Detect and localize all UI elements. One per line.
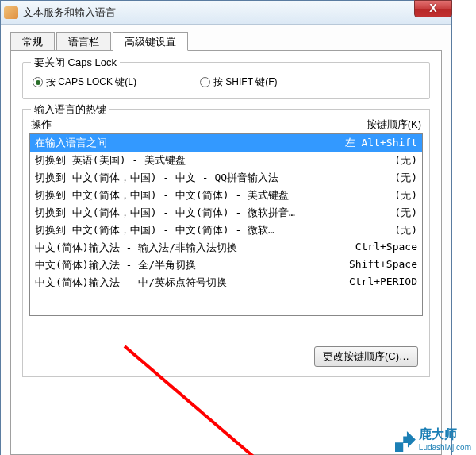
list-item[interactable]: 在输入语言之间左 Alt+Shift xyxy=(30,134,422,152)
tab-strip: 常规 语言栏 高级键设置 xyxy=(10,32,442,51)
list-item-sequence: 左 Alt+Shift xyxy=(322,136,417,150)
list-item-sequence: (无) xyxy=(322,206,417,220)
watermark-logo-icon xyxy=(395,431,416,452)
list-item-sequence: (无) xyxy=(322,188,417,202)
list-item-action: 中文(简体)输入法 - 输入法/非输入法切换 xyxy=(35,241,322,255)
radio-shift[interactable]: 按 SHIFT 键(F) xyxy=(200,75,277,89)
hotkey-groupbox: 输入语言的热键 操作 按键顺序(K) 在输入语言之间左 Alt+Shift切换到… xyxy=(22,109,430,377)
capslock-groupbox: 要关闭 Caps Lock 按 CAPS LOCK 键(L) 按 SHIFT 键… xyxy=(22,62,430,99)
list-item-sequence: (无) xyxy=(322,171,417,185)
list-item-action: 切换到 英语(美国) - 美式键盘 xyxy=(35,153,322,168)
list-item-action: 切换到 中文(简体，中国) - 中文(简体) - 美式键盘 xyxy=(35,188,322,202)
capslock-radio-row: 按 CAPS LOCK 键(L) 按 SHIFT 键(F) xyxy=(33,75,420,89)
app-icon xyxy=(4,6,18,19)
radio-icon xyxy=(200,77,210,87)
tab-advanced-keys[interactable]: 高级键设置 xyxy=(113,32,188,51)
client-area: 常规 语言栏 高级键设置 要关闭 Caps Lock 按 CAPS LOCK 键… xyxy=(1,25,451,455)
annotation-arrow xyxy=(118,340,324,455)
list-item-sequence: (无) xyxy=(322,153,417,168)
watermark: 鹿大师 Ludashiwj.com xyxy=(395,426,471,452)
radio-icon xyxy=(33,77,43,87)
list-item-action: 在输入语言之间 xyxy=(35,136,322,150)
list-item-sequence: (无) xyxy=(322,223,417,237)
list-item[interactable]: 切换到 中文(简体，中国) - 中文(简体) - 微软拼音…(无) xyxy=(30,204,422,222)
list-item-sequence: Shift+Space xyxy=(322,258,417,272)
list-item[interactable]: 切换到 中文(简体，中国) - 中文(简体) - 美式键盘(无) xyxy=(30,187,422,204)
list-item-action: 切换到 中文(简体，中国) - 中文(简体) - 微软… xyxy=(35,223,322,237)
list-item[interactable]: 中文(简体)输入法 - 全/半角切换Shift+Space xyxy=(30,256,422,274)
list-item[interactable]: 切换到 中文(简体，中国) - 中文(简体) - 微软…(无) xyxy=(30,222,422,239)
window-title: 文本服务和输入语言 xyxy=(23,6,116,20)
list-item-action: 中文(简体)输入法 - 全/半角切换 xyxy=(35,258,322,272)
titlebar: 文本服务和输入语言 X xyxy=(1,1,451,25)
list-item[interactable]: 中文(简体)输入法 - 输入法/非输入法切换Ctrl+Space xyxy=(30,239,422,256)
tab-panel: 要关闭 Caps Lock 按 CAPS LOCK 键(L) 按 SHIFT 键… xyxy=(10,50,442,455)
change-sequence-button[interactable]: 更改按键顺序(C)… xyxy=(314,346,418,367)
list-item-action: 中文(简体)输入法 - 中/英标点符号切换 xyxy=(35,276,322,290)
list-item-sequence: Ctrl+Space xyxy=(322,241,417,255)
tab-body: 要关闭 Caps Lock 按 CAPS LOCK 键(L) 按 SHIFT 键… xyxy=(11,50,441,454)
list-header: 操作 按键顺序(K) xyxy=(23,118,429,132)
column-header-sequence: 按键顺序(K) xyxy=(318,118,421,132)
capslock-group-title: 要关闭 Caps Lock xyxy=(31,56,120,70)
list-item[interactable]: 切换到 英语(美国) - 美式键盘(无) xyxy=(30,152,422,169)
close-icon: X xyxy=(429,2,436,14)
watermark-name: 鹿大师 xyxy=(419,427,457,441)
hotkey-list[interactable]: 在输入语言之间左 Alt+Shift切换到 英语(美国) - 美式键盘(无)切换… xyxy=(29,133,423,316)
close-button[interactable]: X xyxy=(414,0,452,17)
svg-line-0 xyxy=(125,346,301,455)
tab-language-bar[interactable]: 语言栏 xyxy=(56,32,111,51)
list-item-action: 切换到 中文(简体，中国) - 中文(简体) - 微软拼音… xyxy=(35,206,322,220)
tab-general[interactable]: 常规 xyxy=(10,32,55,51)
watermark-url: Ludashiwj.com xyxy=(419,443,471,452)
radio-capslock[interactable]: 按 CAPS LOCK 键(L) xyxy=(33,75,136,89)
list-item-sequence: Ctrl+PERIOD xyxy=(322,276,417,290)
column-header-action: 操作 xyxy=(31,118,318,132)
list-item-action: 切换到 中文(简体，中国) - 中文 - QQ拼音输入法 xyxy=(35,171,322,185)
list-item[interactable]: 切换到 中文(简体，中国) - 中文 - QQ拼音输入法(无) xyxy=(30,169,422,187)
hotkey-group-title: 输入语言的热键 xyxy=(31,102,109,117)
radio-label: 按 SHIFT 键(F) xyxy=(213,75,277,89)
radio-label: 按 CAPS LOCK 键(L) xyxy=(46,75,136,89)
dialog-window: 文本服务和输入语言 X 常规 语言栏 高级键设置 要关闭 Caps Lock 按… xyxy=(0,0,452,455)
list-item[interactable]: 中文(简体)输入法 - 中/英标点符号切换Ctrl+PERIOD xyxy=(30,274,422,291)
